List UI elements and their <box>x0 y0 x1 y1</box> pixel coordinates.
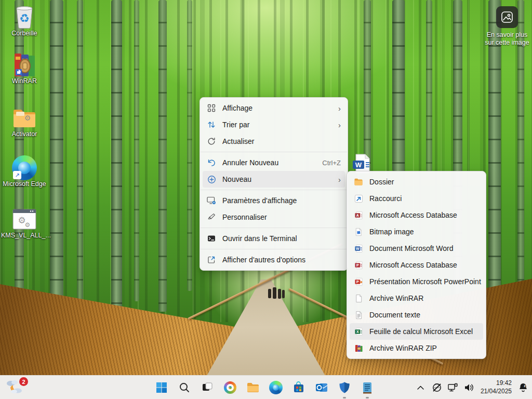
submenu-item-label: Archive WinRAR ZIP <box>369 344 437 352</box>
bamboo-stalk <box>392 0 405 171</box>
copilot-button[interactable] <box>221 379 239 396</box>
outlook-button[interactable] <box>313 379 330 396</box>
bamboo-stalk <box>158 0 167 312</box>
copilot-icon <box>224 381 236 394</box>
submenu-item-raccourci[interactable]: Raccourci <box>350 190 483 207</box>
nouveau-submenu: Dossier Raccourci A Microsoft Access Dat… <box>347 171 486 359</box>
terminal-icon <box>207 234 216 243</box>
submenu-item-label: Microsoft Access Database <box>369 261 457 269</box>
menu-separator <box>201 152 347 152</box>
submenu-item-powerpoint-presentation[interactable]: P Présentation Microsoft PowerPoint <box>350 273 483 290</box>
svg-text:z: z <box>524 384 526 388</box>
menu-separator <box>201 249 347 249</box>
svg-text:X: X <box>356 330 358 334</box>
bamboo-stalk <box>111 0 122 322</box>
edge-button[interactable] <box>267 379 285 396</box>
running-indicator <box>366 397 369 398</box>
svg-text:⚙: ⚙ <box>25 221 31 229</box>
store-bag-icon <box>292 381 305 394</box>
file-explorer-button[interactable] <box>244 379 262 396</box>
windows-security-button[interactable] <box>336 379 353 396</box>
desktop-icon-microsoft-edge[interactable]: ↗ Microsoft Edge <box>1 156 48 188</box>
submenu-item-document-texte[interactable]: Document texte <box>350 307 483 323</box>
network-button[interactable] <box>447 382 459 393</box>
submenu-item-dossier[interactable]: Dossier <box>350 174 483 190</box>
svg-text:♻: ♻ <box>19 12 30 25</box>
window-gears-icon: ⚙⚙ <box>1 207 48 231</box>
folder-icon <box>246 382 260 393</box>
menu-item-actualiser[interactable]: Actualiser <box>203 133 345 150</box>
submenu-item-access-database[interactable]: A Microsoft Access Database <box>350 207 483 223</box>
hidden-icons-button[interactable] <box>415 382 427 393</box>
winrar-file-icon <box>354 343 363 353</box>
desktop-icon-activator[interactable]: ⚙ Activator <box>1 106 48 138</box>
start-button[interactable] <box>153 379 170 396</box>
chevron-right-icon: › <box>338 104 341 112</box>
access-file-icon: A <box>354 210 363 220</box>
menu-item-nouveau[interactable]: Nouveau › <box>203 171 345 188</box>
svg-text:A: A <box>356 214 358 218</box>
open-external-icon <box>207 255 216 264</box>
text-file-icon <box>354 310 363 320</box>
desktop-icon-corbeille[interactable]: ♻ Corbeille <box>1 5 48 37</box>
notification-center-button[interactable]: z <box>517 382 529 393</box>
shield-icon <box>339 381 350 394</box>
menu-item-label: Afficher d'autres d'options <box>222 256 305 264</box>
grid-icon <box>207 103 216 113</box>
submenu-item-word-document[interactable]: W Document Microsoft Word <box>350 240 483 257</box>
menu-item-parametres-affichage[interactable]: Paramètres d'affichage <box>203 192 345 209</box>
search-button[interactable] <box>176 379 193 396</box>
clock-date: 21/04/2025 <box>481 388 512 396</box>
excel-file-icon: X <box>354 327 363 336</box>
desktop-icon-winrar[interactable]: WinRAR <box>1 53 48 85</box>
bamboo-stalk <box>364 0 371 171</box>
recycle-bin-icon: ♻ <box>1 5 48 29</box>
task-view-button[interactable] <box>198 379 216 396</box>
chevron-right-icon: › <box>338 176 341 183</box>
svg-text:P: P <box>356 263 358 268</box>
menu-item-personnaliser[interactable]: Personnaliser <box>203 209 345 225</box>
menu-item-affichage[interactable]: Affichage › <box>203 100 345 116</box>
blank-file-icon <box>354 294 363 303</box>
desktop-icon-kms[interactable]: ⚙⚙ KMS_VL_ALL_... <box>1 207 48 240</box>
outlook-icon <box>315 381 328 394</box>
folder-icon <box>354 177 363 187</box>
ethernet-icon <box>447 383 458 393</box>
bitmap-file-icon <box>354 227 363 236</box>
menu-item-annuler-nouveau[interactable]: Annuler Nouveau Ctrl+Z <box>203 154 345 171</box>
bamboo-stalk <box>187 0 192 291</box>
menu-item-label: Actualiser <box>222 137 254 145</box>
spotlight-learn-more[interactable]: En savoir plus sur cette image <box>482 6 532 47</box>
bamboo-stalk <box>488 0 501 322</box>
notepad-button[interactable] <box>358 379 376 396</box>
widgets-button[interactable]: 2 <box>4 377 29 398</box>
winrar-books-icon <box>1 53 48 77</box>
submenu-item-label: Document texte <box>369 311 420 319</box>
submenu-item-bitmap-image[interactable]: Bitmap image <box>350 223 483 240</box>
windows-logo-icon <box>155 381 168 394</box>
submenu-item-excel-sheet[interactable]: X Feuille de calcul Microsoft Excel <box>350 323 483 340</box>
desktop-icon-label: Activator <box>1 131 48 138</box>
microsoft-store-button[interactable] <box>290 379 308 396</box>
submenu-item-archive-winrar[interactable]: Archive WinRAR <box>350 290 483 307</box>
submenu-item-archive-winrar-zip[interactable]: Archive WinRAR ZIP <box>350 340 483 356</box>
menu-item-label: Nouveau <box>222 175 251 183</box>
clock-time: 19:42 <box>481 379 512 388</box>
volume-button[interactable] <box>463 382 475 393</box>
menu-item-ouvrir-terminal[interactable]: Ouvrir dans le Terminal <box>203 230 345 247</box>
taskbar-clock[interactable]: 19:42 21/04/2025 <box>480 379 513 395</box>
no-internet-button[interactable] <box>431 382 443 393</box>
menu-item-label: Trier par <box>222 121 249 129</box>
menu-item-afficher-autres-options[interactable]: Afficher d'autres d'options <box>203 251 345 268</box>
menu-item-label: Paramètres d'affichage <box>222 196 297 205</box>
bamboo-stalk <box>77 0 83 312</box>
menu-item-trier-par[interactable]: Trier par › <box>203 116 345 133</box>
volume-icon <box>464 383 474 392</box>
paintbrush-icon <box>207 212 216 222</box>
bamboo-stalk <box>426 0 432 171</box>
chevron-up-icon <box>417 385 424 390</box>
word-file-icon: W <box>354 244 363 253</box>
submenu-item-access-database-2[interactable]: P Microsoft Access Database <box>350 257 483 273</box>
powerpoint-file-icon: P <box>354 277 363 286</box>
edge-icon <box>269 381 283 394</box>
